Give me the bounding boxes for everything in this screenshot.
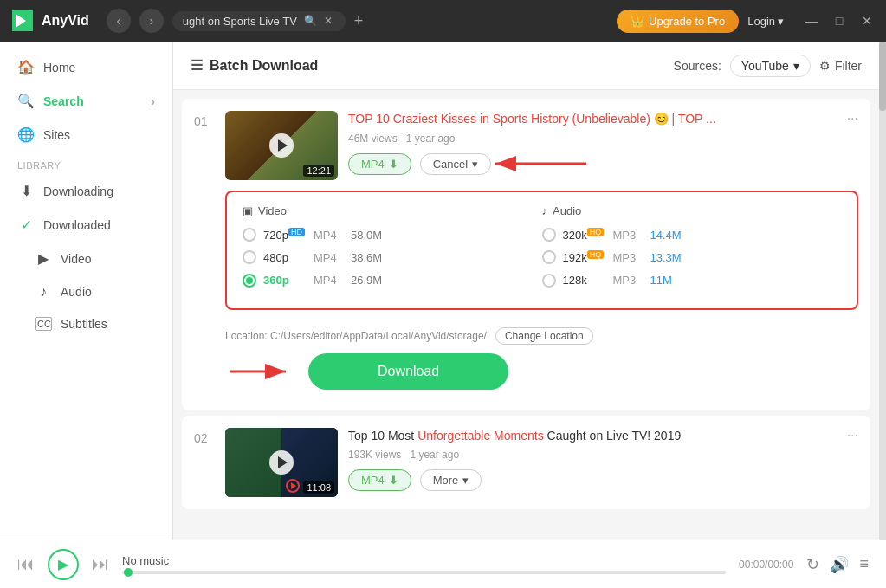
- login-button[interactable]: Login ▾: [747, 15, 784, 28]
- format-row-720p: 720pHD MP4 58.0M 320kHQ MP3 14.4M: [243, 228, 841, 242]
- title-bar: AnyVid ‹ › ught on Sports Live TV 🔍 ✕ + …: [0, 0, 886, 42]
- sidebar-item-audio[interactable]: ♪ Audio: [0, 275, 172, 308]
- sidebar-item-label: Downloaded: [43, 218, 111, 232]
- cancel-button-1[interactable]: Cancel ▾: [420, 153, 491, 175]
- sidebar-item-video[interactable]: ▶ Video: [0, 242, 172, 275]
- video-item-2: 02 11:08: [182, 416, 870, 509]
- radio-192k[interactable]: [542, 250, 556, 264]
- video-actions-1: MP4 ⬇ Cancel ▾: [348, 153, 837, 175]
- sidebar-item-label: Subtitles: [61, 317, 107, 331]
- audio-192k: 192kHQ MP3 13.3M: [542, 250, 842, 264]
- size-192k: 13.3M: [650, 251, 682, 264]
- player-progress-bar[interactable]: [122, 571, 726, 574]
- main-area: 🏠 Home 🔍 Search › 🌐 Sites Library ⬇ Down…: [0, 42, 886, 540]
- radio-128k[interactable]: [542, 274, 556, 288]
- back-button[interactable]: ‹: [107, 9, 131, 33]
- downloading-icon: ⬇: [17, 183, 35, 199]
- sidebar-item-subtitles[interactable]: CC Subtitles: [0, 308, 172, 339]
- sidebar-item-home[interactable]: 🏠 Home: [0, 50, 172, 84]
- player-play-button[interactable]: ▶: [48, 549, 79, 580]
- close-button[interactable]: ✕: [857, 10, 877, 31]
- upgrade-button[interactable]: 👑 Upgrade to Pro: [617, 10, 739, 33]
- radio-320k[interactable]: [542, 228, 556, 242]
- video-item-header-2: 02 11:08: [194, 428, 858, 497]
- video-480p: 480p MP4 38.6M: [243, 250, 542, 264]
- sidebar-item-search[interactable]: 🔍 Search ›: [0, 84, 172, 118]
- tab-close-button[interactable]: ✕: [324, 15, 333, 27]
- video-item-header-1: 01 12:21 TOP 10 Craziest Kisses in Sport…: [194, 111, 858, 180]
- video-title-1: TOP 10 Craziest Kisses in Sports History…: [348, 111, 837, 128]
- video-number-2: 02: [194, 428, 215, 445]
- format-mp4-480p: MP4: [314, 251, 344, 264]
- minimize-button[interactable]: —: [801, 10, 822, 31]
- sources-area: Sources: YouTube ▾ ⚙ Filter: [674, 55, 862, 77]
- sidebar-item-label: Sites: [43, 128, 70, 142]
- maximize-button[interactable]: □: [829, 10, 850, 31]
- size-360p: 26.9M: [351, 274, 382, 287]
- format-mp3-128k: MP3: [613, 274, 643, 287]
- chevron-down-icon: ▾: [793, 59, 799, 73]
- filter-button[interactable]: ⚙ Filter: [819, 59, 862, 73]
- download-arrow-icon: ⬇: [389, 158, 398, 171]
- radio-480p[interactable]: [243, 250, 256, 264]
- player-repeat-button[interactable]: ↻: [806, 555, 819, 574]
- sidebar-item-label: Home: [43, 61, 75, 74]
- quality-480p: 480p: [263, 251, 307, 264]
- sidebar-item-label: Audio: [61, 285, 92, 299]
- new-tab-button[interactable]: +: [354, 12, 364, 30]
- sidebar-item-downloaded[interactable]: ✓ Downloaded: [0, 208, 172, 242]
- sidebar-item-sites[interactable]: 🌐 Sites: [0, 118, 172, 152]
- mp4-button-1[interactable]: MP4 ⬇: [348, 153, 411, 175]
- player-icons: ↻ 🔊 ≡: [806, 555, 869, 574]
- location-bar: Location: C:/Users/editor/AppData/Local/…: [225, 320, 858, 345]
- video-720p: 720pHD MP4 58.0M: [243, 228, 542, 242]
- forward-button[interactable]: ›: [139, 9, 164, 33]
- audio-format-icon: ♪: [542, 204, 548, 217]
- video-duration-1: 12:21: [303, 165, 334, 177]
- size-320k: 14.4M: [650, 229, 682, 242]
- more-button-2[interactable]: More ▾: [420, 469, 482, 491]
- radio-360p[interactable]: [243, 274, 256, 288]
- more-options-icon-2[interactable]: ···: [847, 428, 858, 443]
- format-mp4-720p: MP4: [314, 229, 344, 242]
- sidebar-item-label: Downloading: [43, 184, 113, 198]
- chevron-down-icon: ▾: [778, 15, 784, 28]
- change-location-button[interactable]: Change Location: [495, 327, 593, 345]
- player-volume-button[interactable]: 🔊: [830, 555, 849, 574]
- video-info-1: TOP 10 Craziest Kisses in Sports History…: [348, 111, 837, 175]
- size-128k: 11M: [650, 274, 672, 287]
- tab-search-icon: 🔍: [304, 15, 317, 27]
- filter-icon: ⚙: [819, 59, 831, 73]
- video-title-2: Top 10 Most Unforgettable Moments Caught…: [348, 428, 837, 445]
- scrollbar[interactable]: [879, 42, 886, 540]
- video-number-1: 01: [194, 111, 215, 128]
- sidebar-item-label: Search: [43, 94, 84, 108]
- batch-icon: ☰: [191, 57, 203, 74]
- player-next-button[interactable]: ⏭: [92, 554, 109, 574]
- radio-720p[interactable]: [243, 228, 256, 242]
- sources-dropdown[interactable]: YouTube ▾: [730, 55, 811, 77]
- player-time: 00:00/00:00: [739, 559, 793, 571]
- video-thumbnail-2: 11:08: [225, 428, 338, 497]
- logo-icon: [9, 7, 36, 35]
- size-480p: 38.6M: [351, 251, 382, 264]
- format-row-360p: 360p MP4 26.9M 128k MP3 11M: [243, 274, 841, 288]
- sidebar-item-downloading[interactable]: ⬇ Downloading: [0, 174, 172, 208]
- format-mp4-360p: MP4: [314, 274, 344, 287]
- batch-download-title: Batch Download: [210, 58, 318, 74]
- player-prev-button[interactable]: ⏮: [17, 554, 35, 574]
- red-arrow-right: [491, 151, 595, 177]
- format-mp3-320k: MP3: [613, 229, 643, 242]
- tab-label: ught on Sports Live TV: [183, 15, 297, 28]
- red-arrow-pointing-download: [225, 359, 294, 384]
- player-title: No music: [122, 554, 726, 567]
- download-button[interactable]: Download: [308, 353, 508, 390]
- format-mp3-192k: MP3: [613, 251, 643, 264]
- format-row-480p: 480p MP4 38.6M 192kHQ MP3 13.3M: [243, 250, 841, 264]
- more-options-icon-1[interactable]: ···: [847, 111, 858, 126]
- home-icon: 🏠: [17, 59, 35, 75]
- mp4-button-2[interactable]: MP4 ⬇: [348, 469, 411, 491]
- selected-source: YouTube: [741, 59, 789, 73]
- video-icon: ▶: [35, 250, 52, 267]
- player-queue-button[interactable]: ≡: [859, 555, 869, 573]
